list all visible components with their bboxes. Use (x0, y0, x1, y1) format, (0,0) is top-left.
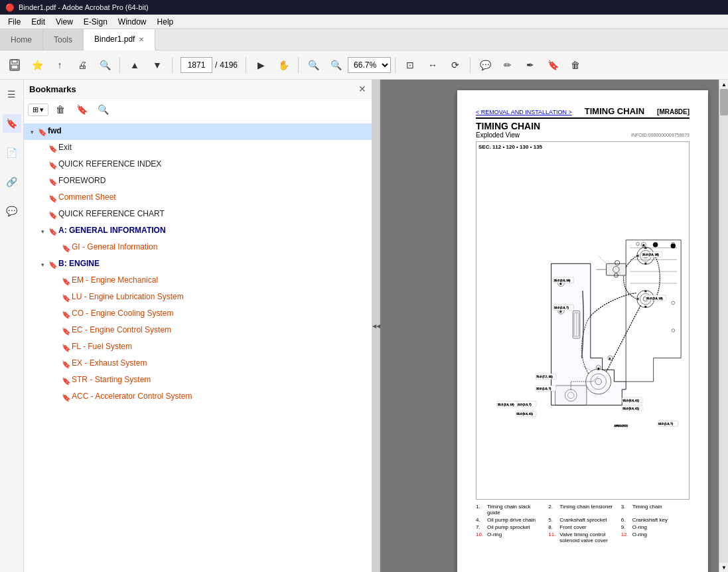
pan-tool-button[interactable]: ✋ (273, 54, 294, 76)
scroll-down-button[interactable]: ▼ (719, 563, 728, 572)
bookmark-eng-toggle[interactable]: ▾ (37, 258, 48, 271)
pdf-title: TIMING CHAIN (585, 106, 644, 116)
toolbar-sep-5 (395, 57, 396, 73)
bookmark-co-icon: 🔖 (61, 308, 72, 321)
panel-collapse-handle[interactable]: ◀ (372, 80, 380, 572)
bookmark-general-info[interactable]: ▾ 🔖 A: GENERAL INFORMATION (24, 223, 372, 240)
bookmark-co-label: CO - Engine Cooling System (72, 309, 369, 319)
side-icon-nav[interactable]: ☰ (3, 85, 21, 104)
left-margin (380, 80, 447, 572)
bookmark-str[interactable]: ▶ 🔖 STR - Starting System (24, 372, 372, 389)
page-total: 4196 (220, 60, 238, 70)
bookmark-comment-sheet[interactable]: ▶ 🔖 Comment Sheet (24, 190, 372, 206)
menu-window[interactable]: Window (113, 15, 152, 29)
main-area: ☰ 🔖 📄 🔗 💬 Bookmarks ✕ ⊞ ▾ 🗑 🔖 🔍 ▾ 🔖 fwd (0, 80, 728, 572)
prev-page-button[interactable]: ▲ (124, 54, 145, 76)
right-scrollbar[interactable]: ▲ ▼ (719, 80, 728, 572)
highlight-button[interactable]: ✏ (497, 54, 518, 76)
tab-empty-space (155, 29, 728, 50)
delete-button[interactable]: 🗑 (565, 54, 586, 76)
fit-page-button[interactable]: ⊡ (400, 54, 421, 76)
menu-esign[interactable]: E-Sign (78, 15, 113, 29)
page-current-input[interactable] (181, 57, 212, 73)
side-icon-page[interactable]: 📄 (3, 143, 21, 162)
bookmark-acc[interactable]: ▶ 🔖 ACC - Accelerator Control System (24, 389, 372, 405)
side-icon-bookmark[interactable]: 🔖 (3, 114, 21, 133)
bookmark-engine[interactable]: ▾ 🔖 B: ENGINE (24, 256, 372, 273)
bookmark-lu-icon: 🔖 (61, 291, 72, 305)
bookmark-delete-button[interactable]: 🗑 (51, 102, 70, 117)
bookmark-gi-toggle[interactable]: ▾ (37, 225, 48, 238)
bookmark-ec-icon: 🔖 (61, 324, 72, 338)
stamp-button[interactable]: 🔖 (542, 54, 563, 76)
redact-button[interactable]: ✒ (520, 54, 541, 76)
bookmark-fl[interactable]: ▶ 🔖 FL - Fuel System (24, 339, 372, 356)
zoom-in-button[interactable]: 🔍 (325, 54, 346, 76)
svg-text:②: ② (642, 244, 645, 247)
page-container[interactable]: < REMOVAL AND INSTALLATION > TIMING CHAI… (447, 80, 719, 572)
bookmark-fwd-toggle[interactable]: ▾ (27, 125, 37, 139)
bookmark-exit[interactable]: ▶ 🔖 Exit (24, 140, 372, 157)
bookmark-gi-label: A: GENERAL INFORMATION (58, 226, 369, 236)
bookmark-qri-icon: 🔖 (48, 159, 58, 172)
bookmark-em[interactable]: ▶ 🔖 EM - Engine Mechanical (24, 273, 372, 289)
menu-bar: File Edit View E-Sign Window Help (0, 15, 728, 29)
print-button[interactable]: 🖨 (72, 54, 93, 76)
scroll-track[interactable] (719, 89, 728, 563)
zoom-select[interactable]: 66.7%50%75%100% (348, 57, 391, 73)
tab-binder[interactable]: Binder1.pdf ✕ (84, 29, 155, 50)
bookmark-co[interactable]: ▶ 🔖 CO - Engine Cooling System (24, 306, 372, 322)
bookmark-eng-icon: 🔖 (48, 258, 58, 271)
timing-chain-diagram: ⑤ ⑦ 25.0 (2.6, 18) 10.0 (1.0, 7) 55.0 (5… (476, 152, 689, 500)
bookmark-lu[interactable]: ▶ 🔖 LU - Engine Lubrication System (24, 289, 372, 306)
bookmarks-close-button[interactable]: ✕ (358, 84, 366, 94)
toolbar-sep-1 (119, 57, 120, 73)
tab-tools[interactable]: Tools (43, 29, 84, 50)
select-tool-button[interactable]: ▶ (250, 54, 271, 76)
bookmark-gi-item[interactable]: ▶ 🔖 GI - General Information (24, 240, 372, 256)
comment-button[interactable]: 💬 (474, 54, 496, 76)
svg-text:10.0 (1.0, 7): 10.0 (1.0, 7) (554, 306, 569, 309)
next-page-button[interactable]: ▼ (147, 54, 168, 76)
app-icon: 🔴 (5, 3, 15, 12)
bookmark-search-button[interactable]: 🔍 (94, 102, 112, 117)
tab-close-button[interactable]: ✕ (139, 36, 144, 43)
bookmark-gi-item-icon: 🔖 (61, 242, 72, 255)
menu-edit[interactable]: Edit (26, 15, 50, 29)
bookmarks-tree: ▾ 🔖 fwd ▶ 🔖 Exit ▶ 🔖 QUICK REFERENCE IND… (24, 121, 372, 572)
legend-3: 3. Timing chain (621, 504, 690, 516)
bookmark-qrc[interactable]: ▶ 🔖 QUICK REFERENCE CHART (24, 206, 372, 223)
bookmark-add-button[interactable]: 🔖 (72, 102, 91, 117)
tab-home[interactable]: Home (0, 29, 43, 50)
find-button[interactable]: 🔍 (94, 54, 115, 76)
bookmark-ex-label: EX - Exhaust System (72, 358, 369, 369)
side-icon-link[interactable]: 🔗 (3, 173, 21, 191)
bookmark-str-icon: 🔖 (61, 374, 72, 388)
bookmark-foreword[interactable]: ▶ 🔖 FOREWORD (24, 173, 372, 190)
bookmark-acc-label: ACC - Accelerator Control System (72, 392, 369, 402)
bookmarks-options-dropdown[interactable]: ⊞ ▾ (28, 104, 48, 116)
bookmark-cs-label: Comment Sheet (58, 192, 369, 203)
bookmark-fwd[interactable]: ▾ 🔖 fwd (24, 123, 372, 140)
bookmark-ec[interactable]: ▶ 🔖 EC - Engine Control System (24, 322, 372, 339)
bookmarks-grid-icon: ⊞ (33, 106, 38, 114)
bookmark-fwd-icon: 🔖 (37, 125, 48, 139)
share-button[interactable]: ↑ (49, 54, 70, 76)
menu-help[interactable]: Help (152, 15, 179, 29)
zoom-out-button[interactable]: 🔍 (303, 54, 324, 76)
side-icon-comment[interactable]: 💬 (3, 202, 21, 220)
pdf-section-ref[interactable]: < REMOVAL AND INSTALLATION > (476, 109, 572, 115)
scroll-up-button[interactable]: ▲ (719, 80, 728, 89)
bookmark-ex[interactable]: ▶ 🔖 EX - Exhaust System (24, 356, 372, 372)
scroll-thumb[interactable] (720, 89, 728, 115)
bookmark-button[interactable]: ⭐ (27, 54, 48, 76)
bookmark-eng-label: B: ENGINE (58, 259, 369, 269)
menu-view[interactable]: View (50, 15, 78, 29)
save-button[interactable] (4, 54, 25, 76)
fit-width-button[interactable]: ↔ (422, 54, 443, 76)
svg-text:55.0 (5.6, 41): 55.0 (5.6, 41) (622, 407, 639, 410)
rotate-button[interactable]: ⟳ (445, 54, 466, 76)
menu-file[interactable]: File (3, 15, 26, 29)
bookmark-qri[interactable]: ▶ 🔖 QUICK REFERENCE INDEX (24, 157, 372, 173)
bookmark-em-label: EM - Engine Mechanical (72, 275, 369, 286)
